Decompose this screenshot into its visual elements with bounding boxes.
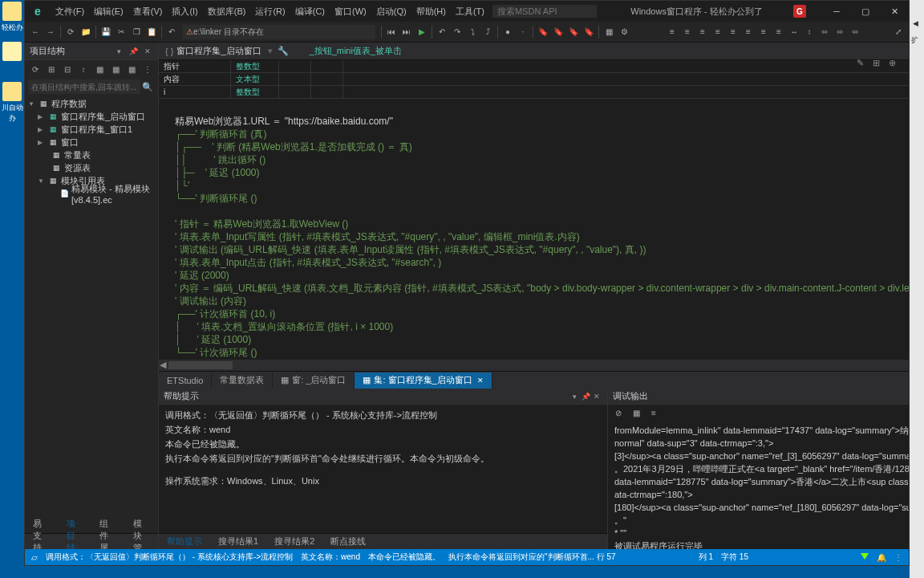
tree-icon[interactable]: ⋮ xyxy=(140,62,155,76)
menu-tool[interactable]: 工具(T) xyxy=(451,6,489,18)
tree-root[interactable]: ▼▦程序数据 xyxy=(25,97,158,110)
tab-modules[interactable]: 模块管理 xyxy=(125,518,159,550)
refresh-icon[interactable]: ⟳ xyxy=(63,25,78,39)
prop-type[interactable]: 文本型 xyxy=(231,73,279,85)
desktop-icon[interactable]: 川自动办 xyxy=(0,80,24,120)
tree-icon[interactable]: ▦ xyxy=(108,62,123,76)
step-into-icon[interactable]: ⤵ xyxy=(465,25,480,39)
code-tab[interactable]: { } 窗口程序集_启动窗口 xyxy=(159,45,268,57)
align-icon[interactable]: ≡ xyxy=(772,25,786,39)
pin-icon[interactable]: ▾ xyxy=(113,46,124,57)
ed-act-icon[interactable]: ⊞ xyxy=(873,58,884,69)
ftab-search1[interactable]: 搜寻结果1 xyxy=(210,535,266,547)
ftab-help[interactable]: 帮助提示 xyxy=(159,535,210,547)
prop-type[interactable]: 整数型 xyxy=(231,86,279,98)
copy-icon[interactable]: ▦ xyxy=(629,405,643,420)
proc-dropdown[interactable]: _按钮_mini值表_被单击 xyxy=(310,45,909,57)
bell-icon[interactable]: 🔔 xyxy=(877,553,886,562)
run-icon[interactable]: ▶ xyxy=(415,25,429,39)
tree-collapse-icon[interactable]: ⊟ xyxy=(60,62,75,76)
btab-window[interactable]: ▦窗: _启动窗口 xyxy=(273,372,355,389)
menu-window[interactable]: 窗口(W) xyxy=(330,6,371,18)
tab-support[interactable]: 易支持库 xyxy=(25,518,59,550)
align-icon[interactable]: ≡ xyxy=(741,25,756,39)
align-icon[interactable]: ≡ xyxy=(680,25,695,39)
ftab-break[interactable]: 断点接线 xyxy=(322,535,374,547)
minimize-button[interactable]: ─ xyxy=(822,1,851,22)
tree-item[interactable]: ▶▦窗口程序集_窗口1 xyxy=(25,123,158,136)
step-out-icon[interactable]: ⤴ xyxy=(480,25,495,39)
align-icon[interactable]: ≡ xyxy=(695,25,710,39)
explorer-icon[interactable]: 📁 xyxy=(79,25,93,39)
prop-type[interactable]: 整数型 xyxy=(231,60,279,72)
menu-edit[interactable]: 编辑(E) xyxy=(89,6,128,18)
dist-icon[interactable]: ↕ xyxy=(802,25,817,39)
search-icon[interactable]: 🔍 xyxy=(140,79,155,94)
dd-icon[interactable]: ▾ xyxy=(569,391,580,402)
menu-insert[interactable]: 插入(I) xyxy=(167,6,202,18)
pin-icon[interactable]: 📌 xyxy=(128,46,139,57)
menu-start[interactable]: 启动(Q) xyxy=(371,6,411,18)
size-icon[interactable]: ⬄ xyxy=(817,25,832,39)
step-over-icon[interactable]: ↷ xyxy=(450,25,464,39)
tree-search-input[interactable] xyxy=(28,79,140,94)
ed-act-icon[interactable]: ⊕ xyxy=(889,58,900,69)
close-button[interactable]: ✕ xyxy=(880,1,909,22)
copy-icon[interactable]: ❐ xyxy=(129,25,144,39)
step-back-icon[interactable]: ↶ xyxy=(435,25,449,39)
settings-icon[interactable]: ⚙ xyxy=(617,25,631,39)
debug-output[interactable]: fromModule=lemma_inlink" data-lemmaid="1… xyxy=(608,421,909,549)
menu-compile[interactable]: 编译(C) xyxy=(290,6,330,18)
cut-icon[interactable]: ✂ xyxy=(114,25,128,39)
h-scrollbar[interactable]: ◀▶▾ xyxy=(159,360,909,371)
undo-icon[interactable]: ↶ xyxy=(164,25,179,39)
paste-icon[interactable]: 📋 xyxy=(144,25,159,39)
btab-const[interactable]: 常量数据表 xyxy=(212,372,273,389)
dot-icon[interactable]: · xyxy=(516,25,530,39)
close-icon[interactable]: ✕ xyxy=(477,377,484,385)
menu-help[interactable]: 帮助(H) xyxy=(411,6,451,18)
ftab-search2[interactable]: 搜寻结果2 xyxy=(266,535,322,547)
tab-project[interactable]: 项目结构 xyxy=(59,518,92,550)
expand-icon[interactable]: ⤢ xyxy=(891,25,906,39)
code-editor[interactable]: 精易Web浏览器1.URL ＝ "https://baike.baidu.com… xyxy=(159,99,909,360)
menu-file[interactable]: 文件(F) xyxy=(51,6,89,18)
save-icon[interactable]: 💾 xyxy=(99,25,113,39)
forward-icon[interactable]: → xyxy=(43,25,58,39)
tree-item[interactable]: 📄精易模块 - 精易模块[v8.4.5].ec xyxy=(25,187,158,200)
next-icon[interactable]: ⏭ xyxy=(399,25,414,39)
bm-next-icon[interactable]: 🔖 xyxy=(566,25,581,39)
tree-icon[interactable]: ▦ xyxy=(92,62,107,76)
tree-sort-icon[interactable]: ↕ xyxy=(76,62,91,76)
back-icon[interactable]: ← xyxy=(28,25,43,39)
tree-item[interactable]: ▦资源表 xyxy=(25,161,158,174)
prev-icon[interactable]: ⏮ xyxy=(384,25,399,39)
tree-icon[interactable]: ▦ xyxy=(124,62,139,76)
btab-assembly[interactable]: ▦集: 窗口程序集_启动窗口✕ xyxy=(355,372,492,389)
api-search-input[interactable] xyxy=(492,5,597,18)
tab-props[interactable]: 组件属性 xyxy=(91,518,125,550)
sbar-toggle[interactable]: ◀ 扩 xyxy=(910,0,924,40)
tree-item[interactable]: ▦常量表 xyxy=(25,149,158,161)
menu-db[interactable]: 数据库(B) xyxy=(203,6,251,18)
list-icon[interactable]: ≡ xyxy=(646,405,661,420)
clear-icon[interactable]: ⊘ xyxy=(611,405,626,420)
breakpoint-icon[interactable]: ● xyxy=(500,25,515,39)
tree-sync-icon[interactable]: ⟳ xyxy=(28,62,43,76)
bm-clear-icon[interactable]: 🔖 xyxy=(582,25,596,39)
menu-run[interactable]: 运行(R) xyxy=(250,6,290,18)
bookmark-icon[interactable]: 🔖 xyxy=(536,25,550,39)
size-icon[interactable]: ⬄ xyxy=(848,25,862,39)
desktop-icon[interactable]: 轻松办 xyxy=(0,0,24,40)
tree-item[interactable]: ▶▦窗口 xyxy=(25,136,158,149)
align-left-icon[interactable]: ≡ xyxy=(665,25,679,39)
btab-etstudio[interactable]: ETStudio xyxy=(159,372,212,389)
ed-act-icon[interactable]: ✎ xyxy=(857,58,868,69)
close-icon[interactable]: ✕ xyxy=(591,391,602,402)
tree-item[interactable]: ▶▦窗口程序集_启动窗口 xyxy=(25,110,158,123)
close-icon[interactable]: ✕ xyxy=(142,46,153,57)
align-icon[interactable]: ≡ xyxy=(726,25,740,39)
panel-icon[interactable]: ▦ xyxy=(602,25,616,39)
tree-expand-icon[interactable]: ⊞ xyxy=(44,62,59,76)
pin-icon[interactable]: 📌 xyxy=(580,391,591,402)
